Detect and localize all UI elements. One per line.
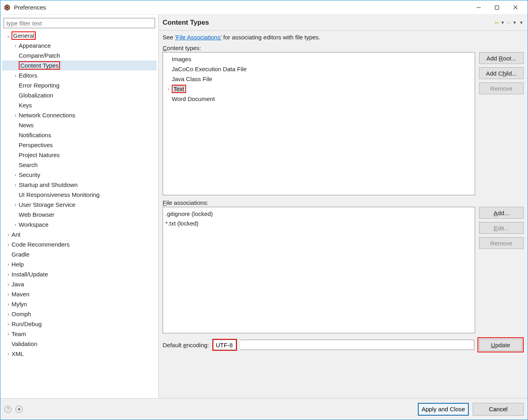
tree-item[interactable]: Error Reporting: [2, 80, 157, 90]
update-button[interactable]: Update: [479, 339, 522, 351]
tree-item[interactable]: UI Responsiveness Monitoring: [2, 190, 157, 200]
right-panel: Content Types ⇦▾ ⇨▾ ▾ See 'File Associat…: [159, 15, 528, 398]
remove-fa-button[interactable]: Remove: [479, 237, 524, 249]
remove-ct-button[interactable]: Remove: [479, 82, 524, 94]
tree-item[interactable]: ›Mylyn: [2, 299, 157, 309]
tree-item[interactable]: Content Types: [2, 60, 157, 70]
content-types-label: Content types:: [163, 45, 524, 51]
tree-item[interactable]: Globalization: [2, 90, 157, 100]
content-type-item[interactable]: Word Document: [165, 94, 472, 104]
tree-item[interactable]: Validation: [2, 339, 157, 349]
tree-item[interactable]: Notifications: [2, 130, 157, 140]
file-associations-list[interactable]: .gitignore (locked)*.txt (locked): [163, 207, 475, 333]
tree-item[interactable]: Keys: [2, 100, 157, 110]
left-panel: ⌄General›AppearanceCompare/PatchContent …: [0, 15, 159, 398]
forward-icon[interactable]: ⇨: [506, 19, 512, 25]
view-menu-icon[interactable]: ▾: [519, 19, 524, 25]
edit-fa-button[interactable]: Edit...: [479, 222, 524, 234]
tree-item[interactable]: ›XML: [2, 349, 157, 359]
encoding-label: Default encoding:: [163, 342, 209, 348]
import-export-icon[interactable]: [16, 406, 23, 413]
description: See 'File Associations' for associating …: [163, 34, 524, 41]
content-type-item[interactable]: Images: [165, 54, 472, 64]
tree-item[interactable]: ⌄General: [2, 31, 157, 41]
tree-item[interactable]: Compare/Patch: [2, 51, 157, 60]
window-title: Preferences: [14, 4, 470, 11]
eclipse-icon: [4, 4, 11, 11]
encoding-input[interactable]: [213, 340, 236, 350]
tree-item[interactable]: Project Natures: [2, 150, 157, 160]
page-title: Content Types: [163, 19, 494, 27]
apply-close-button[interactable]: Apply and Close: [418, 403, 469, 416]
header-nav: ⇦▾ ⇨▾ ▾: [494, 19, 524, 25]
tree-item[interactable]: ›Workspace: [2, 220, 157, 229]
add-fa-button[interactable]: Add...: [479, 207, 524, 219]
content-type-item[interactable]: ›Text: [165, 84, 472, 94]
help-icon[interactable]: ?: [4, 406, 12, 413]
tree-item[interactable]: News: [2, 120, 157, 130]
tree-item[interactable]: Web Browser: [2, 210, 157, 220]
maximize-button[interactable]: [488, 2, 506, 14]
tree-item[interactable]: ›Appearance: [2, 41, 157, 51]
file-assoc-label: File associations:: [163, 199, 524, 206]
tree-item[interactable]: ›Network Connections: [2, 110, 157, 120]
tree-item[interactable]: ›User Storage Service: [2, 200, 157, 210]
filter-input[interactable]: [4, 18, 155, 28]
content-type-item[interactable]: JaCoCo Execution Data File: [165, 64, 472, 74]
preferences-tree[interactable]: ⌄General›AppearanceCompare/PatchContent …: [2, 30, 157, 396]
file-assoc-item[interactable]: *.txt (locked): [165, 218, 472, 228]
tree-item[interactable]: ›Oomph: [2, 309, 157, 319]
titlebar: Preferences: [0, 0, 528, 15]
footer: ? Apply and Close Cancel: [0, 398, 528, 420]
add-root-button[interactable]: Add Root...: [479, 52, 524, 64]
tree-item[interactable]: Gradle: [2, 249, 157, 259]
back-menu-icon[interactable]: ▾: [501, 19, 505, 25]
tree-item[interactable]: ›Team: [2, 329, 157, 339]
tree-item[interactable]: ›Help: [2, 259, 157, 269]
encoding-input-ext[interactable]: [240, 340, 474, 350]
tree-item[interactable]: ›Run/Debug: [2, 319, 157, 329]
minimize-button[interactable]: [470, 2, 488, 14]
tree-item[interactable]: ›Code Recommenders: [2, 239, 157, 249]
tree-item[interactable]: ›Java: [2, 279, 157, 289]
tree-item[interactable]: ›Ant: [2, 229, 157, 239]
content-types-list[interactable]: ImagesJaCoCo Execution Data FileJava Cla…: [163, 52, 475, 195]
tree-item[interactable]: Search: [2, 160, 157, 170]
tree-item[interactable]: ›Editors: [2, 70, 157, 80]
back-icon[interactable]: ⇦: [494, 19, 500, 25]
tree-item[interactable]: ›Startup and Shutdown: [2, 180, 157, 190]
file-associations-link[interactable]: 'File Associations': [175, 34, 221, 41]
tree-item[interactable]: ›Maven: [2, 289, 157, 299]
close-button[interactable]: [506, 2, 524, 14]
tree-item[interactable]: ›Install/Update: [2, 269, 157, 279]
tree-item[interactable]: ›Security: [2, 170, 157, 180]
content-type-item[interactable]: Java Class File: [165, 74, 472, 84]
svg-rect-5: [495, 6, 499, 9]
add-child-button[interactable]: Add Child...: [479, 67, 524, 79]
tree-item[interactable]: Perspectives: [2, 140, 157, 150]
forward-menu-icon[interactable]: ▾: [512, 19, 517, 25]
file-assoc-item[interactable]: .gitignore (locked): [165, 209, 472, 218]
cancel-button[interactable]: Cancel: [473, 403, 524, 416]
